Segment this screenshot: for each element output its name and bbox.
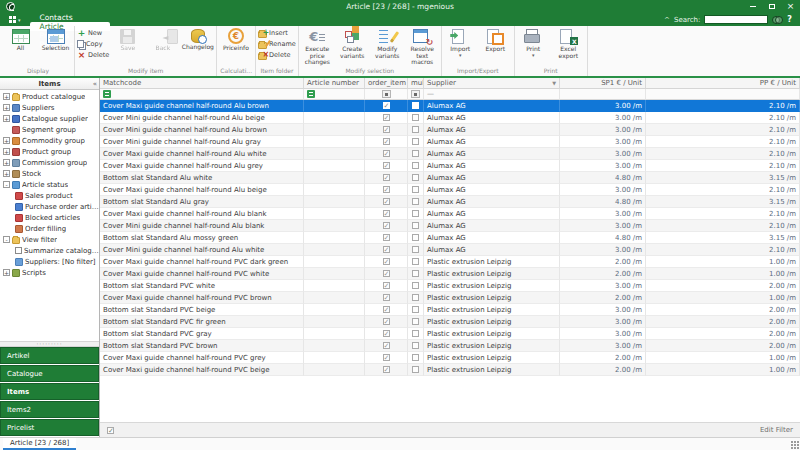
- mul-checkbox[interactable]: [412, 294, 419, 301]
- table-row[interactable]: Cover Maxi guide channel half-round PVC …: [100, 364, 800, 376]
- order-item-checkbox[interactable]: [383, 246, 390, 253]
- priceinfo-button[interactable]: Priceinfo: [218, 26, 253, 66]
- expander-icon[interactable]: -: [3, 236, 10, 243]
- expander-icon[interactable]: +: [3, 93, 10, 100]
- column-header-matchcode[interactable]: Matchcode: [100, 78, 304, 89]
- table-row[interactable]: Bottom slat Standard PVC fir greenPlasti…: [100, 316, 800, 328]
- order-item-checkbox[interactable]: [383, 270, 390, 277]
- help-button[interactable]: ?: [787, 15, 795, 24]
- table-row[interactable]: Bottom slat Standard Alu mossy greenAlum…: [100, 232, 800, 244]
- panel-button-pricelist[interactable]: Pricelist: [0, 419, 99, 436]
- column-header-sp1-unit[interactable]: SP1 € / Unit: [560, 78, 646, 89]
- checkbox-filter-button[interactable]: [411, 90, 420, 98]
- expander-icon[interactable]: +: [3, 104, 10, 111]
- rename-button[interactable]: Rename: [258, 39, 296, 49]
- filter-cell-3[interactable]: [408, 89, 424, 100]
- selection-button[interactable]: Selection: [38, 26, 73, 66]
- tree-item-order-filling[interactable]: Order filling: [0, 223, 99, 234]
- order-item-checkbox[interactable]: [383, 198, 390, 205]
- tree-item-catalogue-supplier[interactable]: +Catalogue supplier: [0, 113, 99, 124]
- column-header-order-item[interactable]: order_item: [365, 78, 408, 89]
- checkbox-filter-button[interactable]: [382, 90, 391, 98]
- table-row[interactable]: Cover Maxi guide channel half-round Alu …: [100, 208, 800, 220]
- mul-checkbox[interactable]: [412, 258, 419, 265]
- order-item-checkbox[interactable]: [383, 150, 390, 157]
- tab-contacts[interactable]: Contacts: [30, 13, 110, 22]
- modify-variants-button[interactable]: Modify variants: [370, 26, 405, 66]
- order-item-checkbox[interactable]: [383, 366, 390, 373]
- column-header-article-number[interactable]: Article number: [304, 78, 365, 89]
- mul-checkbox[interactable]: [412, 162, 419, 169]
- order-item-checkbox[interactable]: [383, 210, 390, 217]
- copy-button[interactable]: Copy: [77, 39, 109, 49]
- table-row[interactable]: Cover Mini guide channel half-round Alu …: [100, 112, 800, 124]
- mul-checkbox[interactable]: [412, 318, 419, 325]
- table-row[interactable]: Bottom slat Standard PVC grayPlastic ext…: [100, 328, 800, 340]
- expander-icon[interactable]: +: [3, 148, 10, 155]
- expander-icon[interactable]: +: [3, 159, 10, 166]
- mul-checkbox[interactable]: [412, 342, 419, 349]
- expander-icon[interactable]: -: [3, 181, 10, 188]
- order-item-checkbox[interactable]: [383, 222, 390, 229]
- document-tab[interactable]: Article [23 / 268]: [3, 438, 76, 450]
- table-row[interactable]: Cover Maxi guide channel half-round PVC …: [100, 256, 800, 268]
- mul-checkbox[interactable]: [412, 150, 419, 157]
- table-row[interactable]: Cover Maxi guide channel half-round Alu …: [100, 184, 800, 196]
- mul-checkbox[interactable]: [412, 366, 419, 373]
- changelog-button[interactable]: Changelog: [180, 26, 215, 66]
- filter-cell-0[interactable]: [100, 89, 304, 100]
- tree-item-suppliers[interactable]: +Suppliers: [0, 102, 99, 113]
- mul-checkbox[interactable]: [412, 330, 419, 337]
- table-row[interactable]: Cover Mini guide channel half-round Alu …: [100, 136, 800, 148]
- expander-icon[interactable]: +: [3, 269, 10, 276]
- tree-item-product-group[interactable]: +Product group: [0, 146, 99, 157]
- mul-checkbox[interactable]: [412, 222, 419, 229]
- order-item-checkbox[interactable]: [383, 258, 390, 265]
- collapse-sidebar-icon[interactable]: «: [93, 80, 97, 88]
- excel-export-button[interactable]: Excel export: [551, 26, 586, 66]
- order-item-checkbox[interactable]: [383, 354, 390, 361]
- order-item-checkbox[interactable]: [383, 234, 390, 241]
- table-row[interactable]: Cover Mini guide channel half-round Alu …: [100, 220, 800, 232]
- mul-checkbox[interactable]: [412, 102, 419, 109]
- expander-icon[interactable]: +: [3, 137, 10, 144]
- resize-grip[interactable]: [791, 441, 799, 449]
- mul-checkbox[interactable]: [412, 210, 419, 217]
- tree-item-blocked-articles[interactable]: Blocked articles: [0, 212, 99, 223]
- all-button[interactable]: All: [3, 26, 38, 66]
- column-header-mul[interactable]: mul..: [408, 78, 424, 89]
- mul-checkbox[interactable]: [412, 174, 419, 181]
- insert-button[interactable]: Insert: [258, 28, 296, 38]
- tree-item-scripts[interactable]: +Scripts: [0, 267, 99, 278]
- expander-icon[interactable]: +: [3, 170, 10, 177]
- delete-button[interactable]: Delete: [77, 50, 109, 60]
- table-row[interactable]: Cover Mini guide channel half-round Alu …: [100, 124, 800, 136]
- search-icon[interactable]: [772, 16, 783, 23]
- filter-enabled-checkbox[interactable]: [107, 427, 114, 434]
- edit-filter-button[interactable]: Edit Filter: [760, 426, 793, 434]
- tree-item-summarize-catalogue[interactable]: Summarize catalogue: [0, 245, 99, 256]
- order-item-checkbox[interactable]: [383, 174, 390, 181]
- export-button[interactable]: Export: [478, 26, 513, 66]
- column-header-supplier[interactable]: Supplier▼: [424, 78, 560, 89]
- order-item-checkbox[interactable]: [383, 186, 390, 193]
- table-row[interactable]: Cover Maxi guide channel half-round Alu …: [100, 100, 800, 112]
- mul-checkbox[interactable]: [412, 114, 419, 121]
- tree-item-view-filter[interactable]: -View filter: [0, 234, 99, 245]
- table-row[interactable]: Bottom slat Standard Alu whiteAlumax AG4…: [100, 172, 800, 184]
- panel-button-catalogue[interactable]: Catalogue: [0, 365, 99, 382]
- table-row[interactable]: Bottom slat Standard Alu grayAlumax AG4.…: [100, 196, 800, 208]
- new-button[interactable]: New: [77, 28, 109, 38]
- mul-checkbox[interactable]: [412, 270, 419, 277]
- collapse-ribbon-icon[interactable]: ^: [664, 16, 670, 24]
- close-button[interactable]: ×: [781, 0, 800, 13]
- expander-icon[interactable]: +: [3, 115, 10, 122]
- table-row[interactable]: Cover Mini guide channel half-round Alu …: [100, 244, 800, 256]
- execute-price-changes-button[interactable]: Execute price changes: [300, 26, 335, 66]
- order-item-checkbox[interactable]: [383, 102, 390, 109]
- order-item-checkbox[interactable]: [383, 330, 390, 337]
- order-item-checkbox[interactable]: [383, 282, 390, 289]
- table-row[interactable]: Bottom slat Standard PVC brownPlastic ex…: [100, 340, 800, 352]
- tree-item-commodity-group[interactable]: +Commodity group: [0, 135, 99, 146]
- mul-checkbox[interactable]: [412, 282, 419, 289]
